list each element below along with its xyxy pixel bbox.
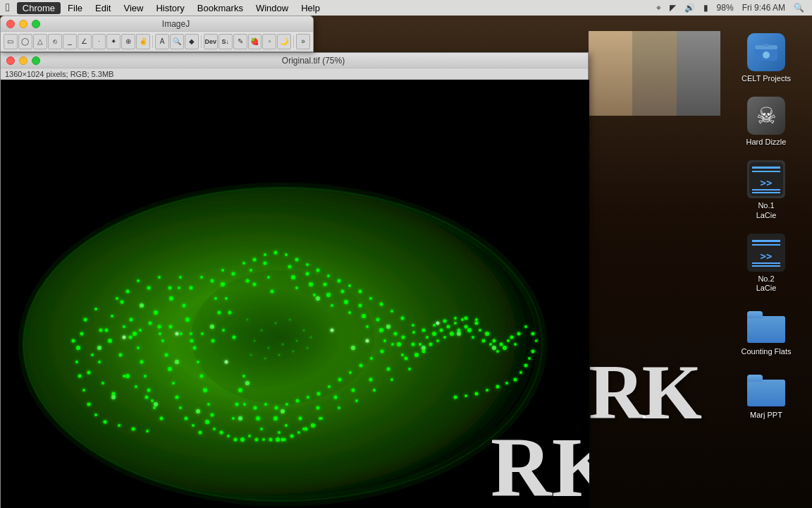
hand-tool[interactable]: ✌ — [136, 34, 150, 49]
magnifier-tool[interactable]: 🔍 — [170, 34, 184, 49]
bg-watermark-text: RK — [589, 348, 699, 437]
rectangle-tool[interactable]: ▭ — [4, 34, 18, 49]
svg-point-196 — [465, 394, 467, 397]
close-button[interactable] — [6, 20, 15, 28]
svg-point-84 — [373, 389, 376, 392]
svg-point-236 — [159, 332, 161, 335]
svg-point-52 — [260, 428, 263, 430]
dropper-tool[interactable]: 🌙 — [277, 34, 291, 49]
svg-point-36 — [203, 388, 207, 392]
toolbar-separator-3 — [293, 35, 294, 48]
svg-point-155 — [304, 428, 308, 431]
point-tool[interactable]: ⋅ — [92, 34, 106, 49]
desktop-icon-no2-lacie[interactable]: >> No.2LaCie — [734, 230, 798, 296]
svg-point-272 — [492, 346, 496, 350]
svg-rect-298 — [752, 244, 780, 246]
svg-point-191 — [514, 378, 517, 382]
menu-help[interactable]: Help — [295, 2, 326, 14]
menubar:  Chrome File Edit View History Bookmark… — [0, 0, 812, 16]
eraser-tool[interactable]: ▫ — [262, 34, 276, 49]
svg-point-220 — [359, 290, 362, 294]
color-picker[interactable]: ◆ — [185, 34, 199, 49]
svg-point-40 — [218, 311, 221, 315]
image-maximize-button[interactable] — [32, 56, 40, 65]
bg-photos — [589, 31, 720, 116]
svg-point-213 — [285, 253, 288, 256]
menu-view[interactable]: View — [118, 2, 149, 14]
freehand-tool[interactable]: ⎋ — [48, 34, 62, 49]
polygon-tool[interactable]: △ — [33, 34, 47, 49]
menu-history[interactable]: History — [150, 2, 190, 14]
svg-point-265 — [245, 381, 250, 385]
svg-point-67 — [313, 294, 316, 296]
wifi-icon: ◤ — [668, 3, 678, 13]
svg-point-243 — [233, 336, 236, 339]
svg-point-115 — [482, 339, 486, 343]
scale-tool[interactable]: S↓ — [219, 34, 233, 49]
svg-point-270 — [422, 346, 426, 350]
svg-point-269 — [386, 325, 390, 329]
svg-point-32 — [190, 332, 192, 335]
pencil-tool[interactable]: ✎ — [233, 34, 247, 49]
more-tool[interactable]: » — [296, 34, 310, 49]
svg-point-219 — [348, 284, 351, 287]
menu-chrome[interactable]: Chrome — [17, 2, 61, 14]
svg-point-190 — [519, 371, 522, 374]
svg-point-212 — [274, 251, 278, 255]
svg-point-197 — [454, 396, 457, 399]
svg-point-29 — [179, 406, 182, 409]
svg-point-51 — [256, 416, 260, 421]
dev-tool[interactable]: Dev — [204, 34, 218, 49]
image-close-button[interactable] — [6, 56, 15, 65]
svg-point-74 — [338, 406, 340, 409]
svg-point-75 — [341, 290, 345, 294]
svg-point-214 — [295, 258, 299, 262]
svg-point-48 — [246, 279, 250, 283]
image-minimize-button[interactable] — [19, 56, 27, 65]
svg-point-49 — [250, 269, 252, 272]
svg-point-172 — [307, 347, 309, 349]
svg-point-274 — [154, 402, 158, 406]
menu-window[interactable]: Window — [250, 2, 294, 14]
minimize-button[interactable] — [19, 20, 27, 28]
search-icon[interactable]: 🔍 — [792, 3, 806, 13]
image-canvas[interactable]: RK — [1, 80, 589, 508]
svg-point-101 — [432, 332, 436, 336]
text-tool[interactable]: A — [155, 34, 169, 49]
svg-point-23 — [158, 325, 161, 329]
angle-tool[interactable]: ∠ — [78, 34, 92, 49]
svg-point-20 — [147, 389, 151, 392]
svg-point-113 — [475, 322, 479, 325]
desktop-icon-marj-ppt[interactable]: Marj PPT — [734, 366, 798, 423]
desktop-icon-hard-dizzle[interactable]: ☠ Hard Dizzle — [734, 93, 798, 150]
oval-tool[interactable]: ◯ — [18, 34, 32, 49]
menu-bookmarks[interactable]: Bookmarks — [192, 2, 249, 14]
desktop-icon-counting-flats[interactable]: Counting Flats — [734, 303, 798, 359]
svg-point-31 — [185, 318, 190, 322]
svg-point-89 — [390, 378, 393, 381]
svg-point-106 — [450, 332, 454, 336]
svg-point-43 — [228, 311, 232, 315]
svg-point-108 — [457, 329, 461, 332]
svg-point-82 — [366, 325, 369, 328]
desktop-icon-celt-projects[interactable]: CELT Projects — [734, 30, 798, 86]
svg-point-148 — [255, 438, 259, 442]
apple-menu[interactable]:  — [6, 1, 10, 14]
menu-edit[interactable]: Edit — [90, 2, 116, 14]
zoom-tool[interactable]: ⊕ — [121, 34, 135, 49]
maximize-button[interactable] — [32, 20, 40, 28]
svg-point-42 — [225, 297, 228, 300]
svg-point-105 — [447, 325, 450, 329]
svg-point-11 — [87, 371, 91, 375]
svg-point-107 — [454, 322, 457, 325]
desktop-icon-no1-lacie[interactable]: >> No.1LaCie — [734, 157, 798, 222]
line-tool[interactable]: ⎯ — [63, 34, 77, 49]
svg-text:RK: RK — [491, 421, 589, 508]
marj-ppt-label: Marj PPT — [750, 411, 782, 420]
wand-tool[interactable]: ✦ — [106, 34, 121, 49]
menu-file[interactable]: File — [62, 2, 88, 14]
brush-tool[interactable]: 🍓 — [248, 34, 262, 49]
svg-point-216 — [316, 269, 320, 272]
svg-point-77 — [348, 311, 351, 314]
svg-point-205 — [200, 276, 203, 279]
